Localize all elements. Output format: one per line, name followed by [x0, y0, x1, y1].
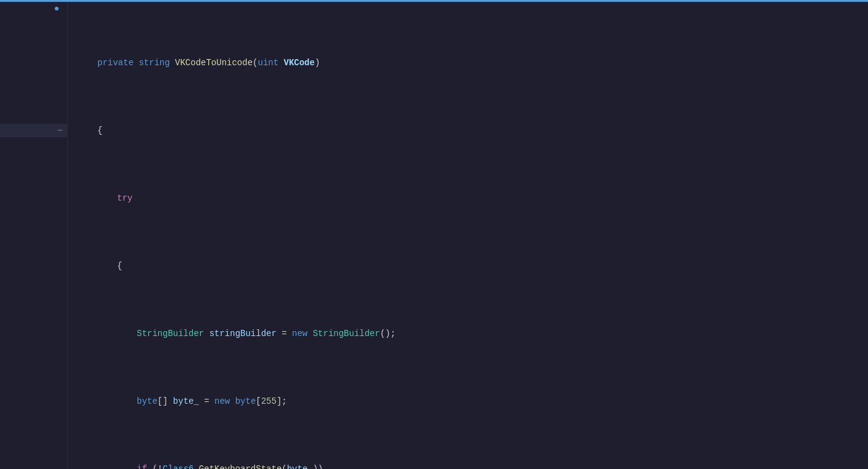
gutter-line: [0, 56, 67, 70]
gutter-line: [0, 259, 67, 273]
gutter-line: [0, 42, 67, 56]
gutter-line: [0, 15, 67, 29]
code-line: {: [78, 124, 868, 137]
gutter-line: [0, 422, 67, 435]
gutter-line: [0, 395, 67, 408]
gutter-line: [0, 367, 67, 381]
gutter-line: [0, 29, 67, 42]
gutter-line: [0, 449, 67, 462]
gutter-line: [0, 232, 67, 246]
gutter-line: [0, 137, 67, 151]
gutter-line: [0, 246, 67, 259]
gutter-line: [0, 2, 67, 15]
code-line: byte[] byte_ = new byte[255];: [78, 395, 868, 408]
gutter-line: [0, 205, 67, 218]
gutter-line: [0, 300, 67, 313]
gutter-line: [0, 191, 67, 205]
gutter-line: [0, 178, 67, 191]
gutter-line: [0, 286, 67, 300]
code-line: {: [78, 259, 868, 273]
gutter-line: [0, 151, 67, 164]
gutter-line: [0, 273, 67, 286]
gutter-line: [0, 435, 67, 449]
code-editor: —: [0, 0, 868, 469]
gutter-line: [0, 70, 67, 83]
code-line: private string VKCodeToUnicode(uint VKCo…: [78, 56, 868, 70]
gutter-line: [0, 340, 67, 354]
gutter-line: [0, 97, 67, 110]
code-line: if (!Class6.GetKeyboardState(byte_)): [78, 462, 868, 469]
gutter-line: [0, 381, 67, 395]
gutter-line: [0, 164, 67, 178]
code-content[interactable]: private string VKCodeToUnicode(uint VKCo…: [68, 2, 868, 469]
gutter-line: [0, 218, 67, 232]
gutter-line: [0, 408, 67, 422]
gutter-line: [0, 313, 67, 327]
gutter-line: [0, 354, 67, 367]
gutter-line: [0, 83, 67, 97]
code-line: StringBuilder stringBuilder = new String…: [78, 327, 868, 340]
line-numbers: —: [0, 2, 68, 469]
gutter-line: [0, 327, 67, 340]
gutter-line-active: —: [0, 124, 67, 137]
gutter-line: [0, 110, 67, 124]
gutter-line: [0, 462, 67, 469]
code-line: try: [78, 191, 868, 205]
code-container: —: [0, 2, 868, 469]
